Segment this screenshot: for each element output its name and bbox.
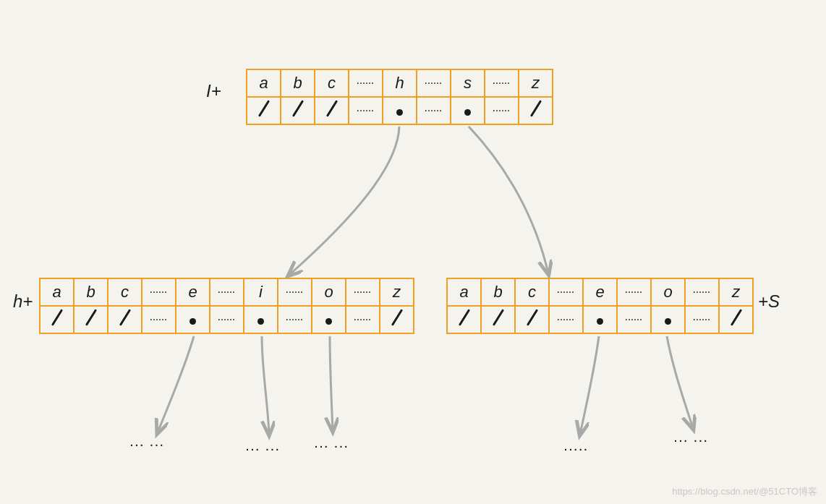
right-trie-node: abc······e······o······z················…: [446, 278, 754, 334]
right-letter-dots-5: ······: [617, 278, 651, 306]
right-ptr-child-4: [583, 306, 617, 333]
right-ptr-null-2: [515, 306, 549, 333]
right-ptr-dots-7: ······: [685, 306, 719, 333]
null-pointer-icon: [117, 309, 133, 325]
right-ptr-dots-5: ······: [617, 306, 651, 333]
null-pointer-icon: [524, 309, 540, 325]
root-letter-dots-5: ······: [417, 69, 451, 97]
pointer-dot-icon: [665, 318, 671, 325]
right-ptr-null-0: [447, 306, 481, 333]
root-ptr-child-4: [383, 97, 417, 124]
left-ptr-child-4: [176, 306, 210, 333]
right-letter-b: b: [481, 278, 515, 306]
left-letter-dots-5: ······: [210, 278, 244, 306]
right-letter-z: z: [719, 278, 753, 306]
root-letter-dots-7: ······: [485, 69, 519, 97]
left-ptr-dots-7: ······: [278, 306, 312, 333]
root-letter-h: h: [383, 69, 417, 97]
left-ptr-null-2: [108, 306, 142, 333]
arrow-right-o: [667, 336, 693, 428]
root-ptr-child-6: [451, 97, 485, 124]
left-letter-o: o: [312, 278, 346, 306]
right-label: +S: [758, 291, 780, 312]
root-ptr-null-1: [281, 97, 315, 124]
root-letter-dots-3: ······: [349, 69, 383, 97]
left-ptr-null-0: [40, 306, 74, 333]
left-ptr-null-10: [380, 306, 414, 333]
arrow-root-s-to-right: [469, 127, 548, 273]
pointer-dot-icon: [325, 318, 332, 325]
left-letter-a: a: [40, 278, 74, 306]
null-pointer-icon: [490, 309, 506, 325]
pointer-dot-icon: [597, 318, 603, 325]
root-letter-s: s: [451, 69, 485, 97]
null-pointer-icon: [456, 309, 472, 325]
arrow-root-h-to-left: [289, 127, 399, 275]
arrow-left-o: [330, 336, 333, 430]
left-letter-dots-9: ······: [346, 278, 380, 306]
left-ptr-dots-9: ······: [346, 306, 380, 333]
left-ptr-child-8: [312, 306, 346, 333]
root-ptr-null-0: [247, 97, 281, 124]
root-label: I+: [206, 81, 221, 101]
root-letter-a: a: [247, 69, 281, 97]
right-letter-c: c: [515, 278, 549, 306]
left-label: h+: [13, 291, 33, 312]
null-pointer-icon: [83, 309, 99, 325]
right-ptr-child-6: [651, 306, 685, 333]
left-letter-e: e: [176, 278, 210, 306]
root-letter-b: b: [281, 69, 315, 97]
root-ptr-dots-5: ······: [417, 97, 451, 124]
root-letter-c: c: [315, 69, 349, 97]
trailing-dots-4: ·····: [564, 444, 589, 456]
root-letter-z: z: [519, 69, 553, 97]
left-ptr-null-1: [74, 306, 108, 333]
right-letter-dots-3: ······: [549, 278, 583, 306]
left-ptr-child-6: [244, 306, 278, 333]
left-letter-z: z: [380, 278, 414, 306]
arrow-left-e: [158, 336, 194, 432]
left-ptr-dots-3: ······: [142, 306, 176, 333]
left-letter-i: i: [244, 278, 278, 306]
root-ptr-dots-3: ······: [349, 97, 383, 124]
left-ptr-dots-5: ······: [210, 306, 244, 333]
right-letter-a: a: [447, 278, 481, 306]
pointer-dot-icon: [257, 318, 264, 325]
arrow-right-e: [580, 336, 599, 434]
arrow-left-i: [262, 336, 269, 434]
root-ptr-null-8: [519, 97, 553, 124]
right-letter-e: e: [583, 278, 617, 306]
trailing-dots-1: ··· ···: [130, 440, 165, 451]
right-ptr-dots-3: ······: [549, 306, 583, 333]
trailing-dots-5: ··· ···: [674, 435, 709, 447]
pointer-dot-icon: [396, 109, 403, 116]
null-pointer-icon: [290, 101, 306, 116]
left-letter-b: b: [74, 278, 108, 306]
trailing-dots-2: ··· ···: [246, 444, 281, 456]
null-pointer-icon: [324, 101, 340, 116]
root-trie-node: abc······h······s······z················…: [246, 69, 553, 125]
left-letter-c: c: [108, 278, 142, 306]
left-letter-dots-7: ······: [278, 278, 312, 306]
left-letter-dots-3: ······: [142, 278, 176, 306]
pointer-dot-icon: [464, 109, 471, 116]
pointer-dot-icon: [190, 318, 196, 325]
null-pointer-icon: [389, 309, 405, 325]
right-letter-dots-7: ······: [685, 278, 719, 306]
right-ptr-null-8: [719, 306, 753, 333]
root-ptr-null-2: [315, 97, 349, 124]
watermark: https://blog.csdn.net/@51CTO博客: [672, 485, 817, 498]
right-ptr-null-1: [481, 306, 515, 333]
left-trie-node: abc······e······i······o······z·········…: [39, 278, 414, 334]
null-pointer-icon: [528, 101, 544, 116]
trailing-dots-3: ··· ···: [315, 441, 349, 453]
root-ptr-dots-7: ······: [485, 97, 519, 124]
null-pointer-icon: [256, 101, 272, 116]
null-pointer-icon: [49, 309, 65, 325]
right-letter-o: o: [651, 278, 685, 306]
null-pointer-icon: [728, 309, 744, 325]
